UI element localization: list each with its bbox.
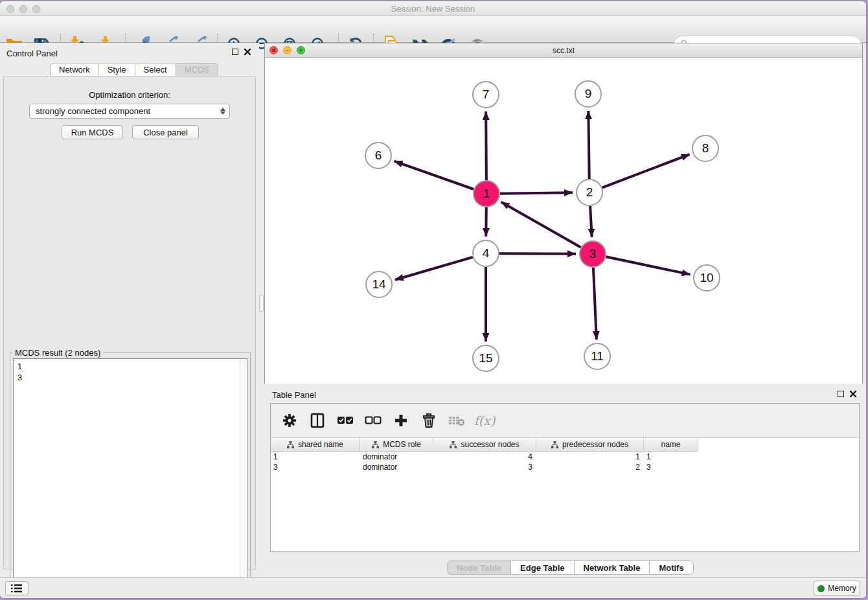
- cell-name[interactable]: 1: [644, 452, 698, 462]
- cell-successor-nodes[interactable]: 3: [433, 462, 536, 472]
- control-panel-title: Control Panel: [6, 49, 58, 58]
- column-type-icon: [551, 441, 558, 448]
- tab-edge-table[interactable]: Edge Table: [510, 560, 573, 575]
- control-panel-tabs: Network Style Select MCDS: [50, 63, 218, 76]
- panel-splitter-handle[interactable]: [259, 295, 264, 312]
- table-tabs: Node Table Edge Table Network Table Moti…: [447, 560, 694, 575]
- tab-select[interactable]: Select: [135, 63, 176, 76]
- mcds-result-text[interactable]: 1 3: [13, 358, 247, 597]
- gear-icon[interactable]: [281, 412, 298, 429]
- tab-mcds[interactable]: MCDS: [176, 63, 218, 76]
- mcds-panel-content: Optimization criterion: strongly connect…: [3, 76, 256, 570]
- optimization-criterion-label: Optimization criterion:: [4, 90, 255, 100]
- cell-successor-nodes[interactable]: 4: [433, 452, 536, 462]
- memory-status-icon: [817, 585, 825, 592]
- graph-node-4[interactable]: 4: [472, 240, 499, 267]
- table-row[interactable]: 3 dominator 3 2 3: [271, 462, 698, 472]
- graph-edge-1-2[interactable]: [500, 192, 573, 193]
- cell-mcds-role[interactable]: dominator: [360, 462, 433, 472]
- graph-edge-4-14[interactable]: [395, 257, 473, 280]
- graph-node-3[interactable]: 3: [579, 240, 606, 268]
- graph-node-14[interactable]: 14: [365, 271, 393, 298]
- column-label: shared name: [298, 440, 343, 449]
- task-history-button[interactable]: [5, 581, 29, 595]
- graph-edge-2-8[interactable]: [602, 154, 690, 187]
- column-label: predecessor nodes: [562, 440, 628, 449]
- graph-edge-1-6[interactable]: [394, 161, 474, 189]
- float-table-panel-icon[interactable]: [838, 391, 844, 397]
- select-all-icon[interactable]: [337, 412, 354, 429]
- unselect-all-icon[interactable]: [365, 412, 382, 429]
- function-builder-icon[interactable]: f(x): [476, 412, 493, 429]
- close-table-panel-icon[interactable]: [849, 390, 857, 398]
- table-row[interactable]: 1 dominator 4 1 1: [271, 452, 698, 462]
- column-header-name[interactable]: name: [644, 438, 698, 452]
- network-window: ✕ − + scc.txt 1234678910111415: [264, 43, 863, 384]
- memory-label: Memory: [828, 584, 856, 593]
- network-titlebar[interactable]: ✕ − + scc.txt: [265, 43, 862, 58]
- column-header-shared-name[interactable]: shared name: [271, 438, 360, 452]
- graph-node-8[interactable]: 8: [692, 135, 719, 162]
- graph-node-2[interactable]: 2: [576, 179, 603, 206]
- cell-shared-name[interactable]: 3: [271, 462, 360, 472]
- mcds-result-group: MCDS result (2 nodes) 1 3: [10, 352, 251, 598]
- graph-edges: [265, 58, 862, 384]
- split-panel-icon[interactable]: [309, 412, 326, 429]
- result-scrollbar[interactable]: [240, 359, 247, 596]
- graph-edge-4-3[interactable]: [499, 253, 576, 254]
- column-type-icon: [450, 441, 457, 448]
- graph-edge-3-1[interactable]: [501, 202, 581, 248]
- cell-mcds-role[interactable]: dominator: [360, 452, 433, 462]
- select-stepper-icon: [218, 106, 227, 117]
- cell-predecessor-nodes[interactable]: 1: [536, 452, 644, 462]
- column-label: name: [661, 440, 680, 449]
- table-panel-title: Table Panel: [272, 390, 316, 400]
- graph-node-9[interactable]: 9: [575, 80, 602, 108]
- memory-button[interactable]: Memory: [814, 581, 860, 596]
- graph-node-15[interactable]: 15: [472, 345, 499, 372]
- delete-table-icon[interactable]: [448, 412, 465, 429]
- mcds-result-title: MCDS result (2 nodes): [12, 348, 103, 358]
- graph-edge-1-7[interactable]: [486, 111, 486, 180]
- network-canvas[interactable]: 1234678910111415: [265, 58, 862, 384]
- column-label: successor nodes: [461, 440, 519, 449]
- column-header-successor-nodes[interactable]: successor nodes: [433, 438, 536, 452]
- float-panel-icon[interactable]: [232, 49, 238, 55]
- graph-node-6[interactable]: 6: [365, 142, 392, 169]
- tab-node-table[interactable]: Node Table: [447, 560, 510, 575]
- graph-node-7[interactable]: 7: [472, 81, 499, 108]
- delete-column-icon[interactable]: [420, 412, 437, 429]
- criterion-value: strongly connected component: [36, 106, 150, 116]
- main-titlebar: Session: New Session: [0, 1, 866, 16]
- main-toolbar: [0, 16, 866, 43]
- tab-motifs[interactable]: Motifs: [649, 560, 693, 575]
- app-window: Session: New Session: [0, 1, 866, 598]
- cell-name[interactable]: 3: [644, 462, 698, 472]
- graph-node-1[interactable]: 1: [473, 180, 500, 207]
- network-title: scc.txt: [265, 46, 862, 55]
- column-label: MCDS role: [383, 440, 421, 449]
- cell-predecessor-nodes[interactable]: 2: [536, 462, 644, 472]
- graph-edge-3-11[interactable]: [593, 268, 597, 340]
- run-mcds-button[interactable]: Run MCDS: [62, 125, 123, 139]
- criterion-select[interactable]: strongly connected component: [29, 104, 230, 119]
- column-type-icon: [372, 441, 379, 448]
- column-header-predecessor-nodes[interactable]: predecessor nodes: [536, 438, 644, 452]
- graph-edge-2-9[interactable]: [588, 111, 589, 179]
- add-column-icon[interactable]: [393, 412, 409, 429]
- tab-network[interactable]: Network: [50, 63, 98, 76]
- graph-edge-3-10[interactable]: [606, 257, 691, 274]
- tab-network-table[interactable]: Network Table: [574, 560, 650, 575]
- table-toolbar: f(x): [271, 404, 859, 438]
- graph-node-11[interactable]: 11: [584, 343, 611, 370]
- list-icon: [11, 583, 23, 594]
- column-header-mcds-role[interactable]: MCDS role: [360, 438, 433, 452]
- result-line: 1: [17, 361, 247, 372]
- graph-edge-2-3[interactable]: [590, 206, 592, 237]
- cell-shared-name[interactable]: 1: [271, 452, 360, 462]
- close-panel-button[interactable]: Close panel: [132, 125, 199, 139]
- close-panel-icon[interactable]: [244, 48, 251, 56]
- graph-node-10[interactable]: 10: [693, 264, 720, 292]
- table-header-row: shared name MCDS role successor nodes pr…: [271, 438, 698, 452]
- tab-style[interactable]: Style: [98, 63, 135, 76]
